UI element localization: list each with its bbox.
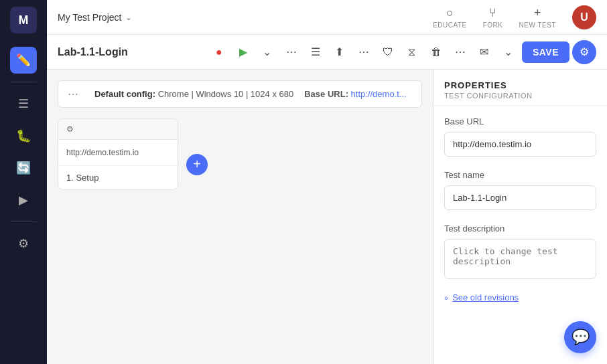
panel-title: PROPERTIES — [444, 80, 596, 90]
educate-label: EDUCATE — [433, 21, 467, 29]
test-toolbar: ● ▶ ⌄ ⋯ ☰ ⬆ ⋯ 🛡 ⧖ 🗑 ⋯ ✉ ⌄ SAVE ⚙ — [208, 40, 596, 64]
config-label: Default config: Chrome | Windows 10 | 10… — [94, 89, 293, 99]
test-header: Lab-1.1-Login ● ▶ ⌄ ⋯ ☰ ⬆ ⋯ 🛡 ⧖ 🗑 ⋯ ✉ ⌄ … — [47, 35, 607, 70]
record-button[interactable]: ● — [208, 41, 230, 63]
step-label: 1. Setup — [58, 166, 178, 189]
properties-panel: PROPERTIES TEST CONFIGURATION Base URL T… — [433, 70, 607, 364]
project-name[interactable]: My Test Project ⌄ — [58, 12, 132, 23]
play-dropdown-button[interactable]: ⌄ — [257, 41, 278, 63]
config-menu-button[interactable]: ⋯ — [68, 88, 78, 100]
test-description-field-group: Test description — [444, 223, 596, 279]
panel-subtitle: TEST CONFIGURATION — [444, 92, 596, 100]
educate-button[interactable]: ○ EDUCATE — [433, 6, 467, 29]
list-icon: ☰ — [18, 96, 29, 111]
gear-icon: ⚙ — [580, 46, 589, 58]
user-avatar[interactable]: U — [572, 5, 596, 29]
test-description-textarea[interactable] — [444, 239, 596, 279]
bug-icon: 🐛 — [16, 128, 31, 143]
base-url-input[interactable] — [444, 132, 596, 157]
shield-button[interactable]: 🛡 — [377, 41, 399, 63]
content-area: ⋯ Default config: Chrome | Windows 10 | … — [47, 70, 607, 364]
test-settings-button[interactable]: ⚙ — [572, 40, 596, 64]
settings-icon: ⚙ — [18, 236, 29, 251]
old-revisions-arrow: » — [444, 294, 448, 302]
test-name-input[interactable] — [444, 185, 596, 210]
main-area: My Test Project ⌄ ○ EDUCATE ⑂ FORK + NEW… — [47, 0, 607, 364]
panel-body: Base URL Test name Test description » Se… — [433, 106, 607, 313]
delete-button[interactable]: 🗑 — [425, 41, 447, 63]
fork-label: FORK — [483, 21, 503, 29]
sidebar-item-edit[interactable]: ✏️ — [10, 47, 37, 74]
test-name-field-label: Test name — [444, 170, 596, 180]
toolbar-more-1[interactable]: ⋯ — [353, 41, 375, 63]
top-header: My Test Project ⌄ ○ EDUCATE ⑂ FORK + NEW… — [47, 0, 607, 35]
dropdown-button[interactable]: ⌄ — [498, 41, 519, 63]
project-name-text: My Test Project — [58, 12, 121, 23]
panel-header: PROPERTIES TEST CONFIGURATION — [433, 70, 607, 106]
step-url: http://demo.testim.io — [58, 140, 178, 166]
base-url-link[interactable]: http://demo.t... — [351, 89, 407, 99]
sidebar-divider-2 — [10, 221, 37, 222]
test-canvas: ⋯ Default config: Chrome | Windows 10 | … — [47, 70, 433, 364]
test-description-field-label: Test description — [444, 223, 596, 234]
step-header: ⚙ — [58, 119, 178, 140]
sidebar-item-play[interactable]: ▶ — [10, 187, 37, 213]
edit-icon: ✏️ — [16, 53, 31, 68]
plus-icon: + — [534, 6, 541, 20]
old-revisions-section: » See old revisions — [444, 292, 596, 302]
email-button[interactable]: ✉ — [474, 41, 495, 63]
header-actions: ○ EDUCATE ⑂ FORK + NEW TEST U — [433, 5, 596, 29]
sidebar-divider-1 — [10, 82, 37, 82]
play-circle-icon: ▶ — [19, 193, 28, 207]
sidebar-item-list[interactable]: ☰ — [10, 90, 37, 117]
config-value: Chrome | Windows 10 | 1024 x 680 — [158, 89, 294, 99]
refresh-icon: 🔄 — [16, 161, 31, 175]
new-test-button[interactable]: + NEW TEST — [519, 6, 556, 29]
sidebar-item-bug[interactable]: 🐛 — [10, 122, 37, 149]
chat-button[interactable]: 💬 — [564, 321, 596, 353]
base-url-config-label: Base URL: http://demo.t... — [304, 89, 406, 99]
export-button[interactable]: ⬆ — [329, 41, 350, 63]
new-test-label: NEW TEST — [519, 21, 556, 29]
sidebar-item-refresh[interactable]: 🔄 — [10, 155, 37, 181]
test-name-field-group: Test name — [444, 170, 596, 210]
chat-icon: 💬 — [571, 329, 590, 346]
fork-icon: ⑂ — [489, 6, 496, 20]
fork-button[interactable]: ⑂ FORK — [483, 6, 503, 29]
sidebar: M ✏️ ☰ 🐛 🔄 ▶ ⚙ — [0, 0, 47, 364]
play-button[interactable]: ▶ — [232, 41, 254, 63]
chevron-down-icon: ⌄ — [125, 13, 132, 22]
settings-small-icon: ⚙ — [66, 124, 74, 134]
save-button[interactable]: SAVE — [522, 41, 569, 63]
merge-button[interactable]: ⧖ — [401, 41, 423, 63]
old-revisions-link[interactable]: See old revisions — [452, 292, 519, 302]
step-block: ⚙ http://demo.testim.io 1. Setup — [58, 118, 178, 190]
add-step-button[interactable]: + — [186, 154, 208, 175]
educate-icon: ○ — [446, 6, 454, 20]
steps-button[interactable]: ☰ — [305, 41, 326, 63]
base-url-field-label: Base URL — [444, 116, 596, 126]
more-options-button[interactable]: ⋯ — [281, 41, 302, 63]
app-logo[interactable]: M — [10, 7, 37, 33]
toolbar-more-2[interactable]: ⋯ — [450, 41, 471, 63]
test-name-title: Lab-1.1-Login — [58, 46, 128, 58]
config-bar: ⋯ Default config: Chrome | Windows 10 | … — [58, 80, 422, 108]
sidebar-item-settings[interactable]: ⚙ — [10, 230, 37, 257]
base-url-field-group: Base URL — [444, 116, 596, 157]
flow-area: ⚙ http://demo.testim.io 1. Setup + — [58, 118, 422, 190]
